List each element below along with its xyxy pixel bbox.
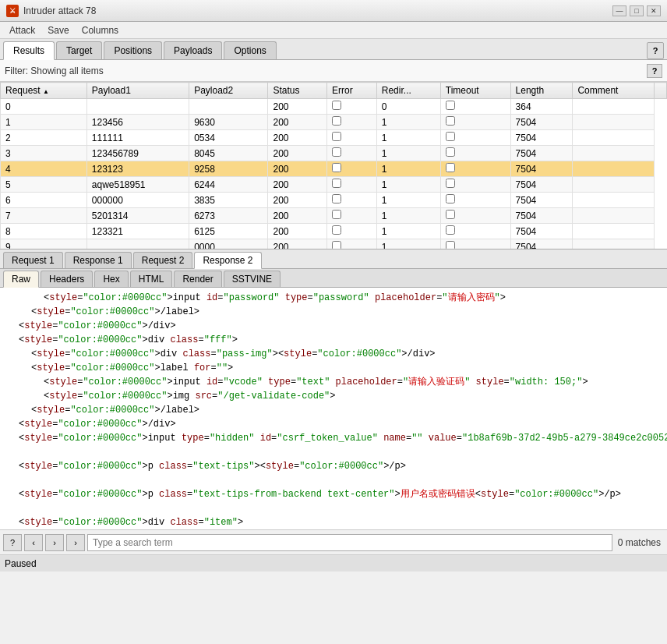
sub-tab-raw[interactable]: Raw bbox=[3, 271, 39, 288]
search-matches: 0 matches bbox=[615, 537, 664, 548]
table-row[interactable]: 8123321612520017504 bbox=[1, 224, 667, 239]
tab-help-button[interactable]: ? bbox=[647, 42, 664, 59]
title-bar-left: ⚔ Intruder attack 78 bbox=[6, 5, 96, 17]
code-line: <style="color:#0000cc">/label> bbox=[6, 403, 661, 417]
results-table: Request ▲ Payload1 Payload2 Status Error… bbox=[0, 82, 667, 249]
filter-help-button[interactable]: ? bbox=[647, 64, 662, 78]
col-length[interactable]: Length bbox=[510, 83, 573, 99]
menu-bar: Attack Save Columns bbox=[0, 22, 667, 39]
table-row[interactable]: 6000000383520017504 bbox=[1, 193, 667, 208]
col-timeout[interactable]: Timeout bbox=[440, 83, 510, 99]
minimize-button[interactable]: — bbox=[612, 5, 626, 16]
sub-tab-hex[interactable]: Hex bbox=[94, 271, 128, 287]
search-prev-button[interactable]: ‹ bbox=[24, 534, 43, 551]
code-line: <style="color:#0000cc">img src="/get-val… bbox=[6, 389, 661, 403]
tab-options[interactable]: Options bbox=[224, 41, 276, 59]
code-line: <style="color:#0000cc">/div> bbox=[6, 417, 661, 431]
table-row[interactable]: 5aqwe518951624420017504 bbox=[1, 177, 667, 193]
code-line: <style="color:#0000cc">div class="pass-i… bbox=[6, 347, 661, 361]
search-forward-button[interactable]: › bbox=[66, 534, 85, 551]
code-line: <style="color:#0000cc">label for=""> bbox=[6, 361, 661, 375]
restore-button[interactable]: □ bbox=[630, 5, 644, 16]
table-row[interactable]: 9...000020017504 bbox=[1, 239, 667, 250]
title-bar: ⚔ Intruder attack 78 — □ ✕ bbox=[0, 0, 667, 22]
section-tab-request1[interactable]: Request 1 bbox=[3, 252, 63, 268]
code-line bbox=[6, 473, 661, 487]
window-title: Intruder attack 78 bbox=[23, 5, 96, 16]
table-row[interactable]: 75201314627320017504 bbox=[1, 208, 667, 224]
col-spacer bbox=[655, 83, 667, 99]
menu-save[interactable]: Save bbox=[41, 23, 75, 37]
code-line: <style="color:#0000cc">div class="fff"> bbox=[6, 333, 661, 347]
sub-tab-sstvine[interactable]: SSTVINE bbox=[224, 271, 281, 287]
section-tab-response2[interactable]: Response 2 bbox=[194, 252, 261, 269]
table-row[interactable]: 3123456789804520017504 bbox=[1, 146, 667, 161]
table-body: 0200036411234569630200175042111111053420… bbox=[1, 99, 667, 250]
app-icon: ⚔ bbox=[6, 5, 19, 17]
filter-text: Filter: Showing all items bbox=[5, 65, 104, 76]
col-status[interactable]: Status bbox=[268, 83, 327, 99]
tab-target[interactable]: Target bbox=[56, 41, 102, 59]
code-line: <style="color:#0000cc">input id="passwor… bbox=[6, 291, 661, 305]
table-row[interactable]: 1123456963020017504 bbox=[1, 115, 667, 130]
tab-positions[interactable]: Positions bbox=[104, 41, 162, 59]
code-area: <style="color:#0000cc">input id="passwor… bbox=[0, 288, 667, 529]
search-next-button[interactable]: › bbox=[45, 534, 64, 551]
sub-tab-headers[interactable]: Headers bbox=[41, 271, 93, 287]
menu-attack[interactable]: Attack bbox=[3, 23, 41, 37]
code-line: <style="color:#0000cc">div class="item"> bbox=[6, 515, 661, 529]
status-bar: Paused bbox=[0, 554, 667, 571]
col-payload2[interactable]: Payload2 bbox=[189, 83, 268, 99]
title-controls: — □ ✕ bbox=[612, 5, 661, 16]
code-line: <style="color:#0000cc">p class="text-tip… bbox=[6, 459, 661, 473]
table-row[interactable]: 02000364 bbox=[1, 99, 667, 115]
col-error[interactable]: Error bbox=[327, 83, 377, 99]
sub-tab-html[interactable]: HTML bbox=[130, 271, 173, 287]
sub-tab-render[interactable]: Render bbox=[174, 271, 221, 287]
code-line: <style="color:#0000cc">/label> bbox=[6, 305, 661, 319]
top-tab-bar: Results Target Positions Payloads Option… bbox=[0, 39, 667, 60]
results-table-container: Request ▲ Payload1 Payload2 Status Error… bbox=[0, 82, 667, 249]
filter-bar: Filter: Showing all items ? bbox=[0, 60, 667, 82]
sub-tab-bar: Raw Headers Hex HTML Render SSTVINE bbox=[0, 269, 667, 288]
table-row[interactable]: 2111111053420017504 bbox=[1, 130, 667, 146]
table-row[interactable]: 4123123925820017504 bbox=[1, 161, 667, 177]
col-payload1[interactable]: Payload1 bbox=[86, 83, 189, 99]
code-line: <style="color:#0000cc">p class="text-tip… bbox=[6, 487, 661, 501]
menu-columns[interactable]: Columns bbox=[76, 23, 125, 37]
col-redir[interactable]: Redir... bbox=[376, 83, 440, 99]
section-tab-request2[interactable]: Request 2 bbox=[133, 252, 193, 268]
col-request[interactable]: Request ▲ bbox=[1, 83, 87, 99]
search-question-button[interactable]: ? bbox=[3, 534, 22, 551]
code-line bbox=[6, 445, 661, 459]
code-line bbox=[6, 501, 661, 515]
table-header-row: Request ▲ Payload1 Payload2 Status Error… bbox=[1, 83, 667, 99]
code-line: <style="color:#0000cc">input type="hidde… bbox=[6, 431, 661, 445]
close-button[interactable]: ✕ bbox=[647, 5, 661, 16]
code-line: <style="color:#0000cc">input id="vcode" … bbox=[6, 375, 661, 389]
col-comment[interactable]: Comment bbox=[573, 83, 655, 99]
tab-payloads[interactable]: Payloads bbox=[164, 41, 222, 59]
section-tab-bar: Request 1 Response 1 Request 2 Response … bbox=[0, 249, 667, 269]
tab-results[interactable]: Results bbox=[3, 41, 55, 60]
section-tab-response1[interactable]: Response 1 bbox=[65, 252, 132, 268]
code-line: <style="color:#0000cc">/div> bbox=[6, 319, 661, 333]
status-text: Paused bbox=[5, 558, 37, 569]
search-bar: ? ‹ › › 0 matches bbox=[0, 529, 667, 554]
search-input[interactable] bbox=[87, 534, 612, 551]
